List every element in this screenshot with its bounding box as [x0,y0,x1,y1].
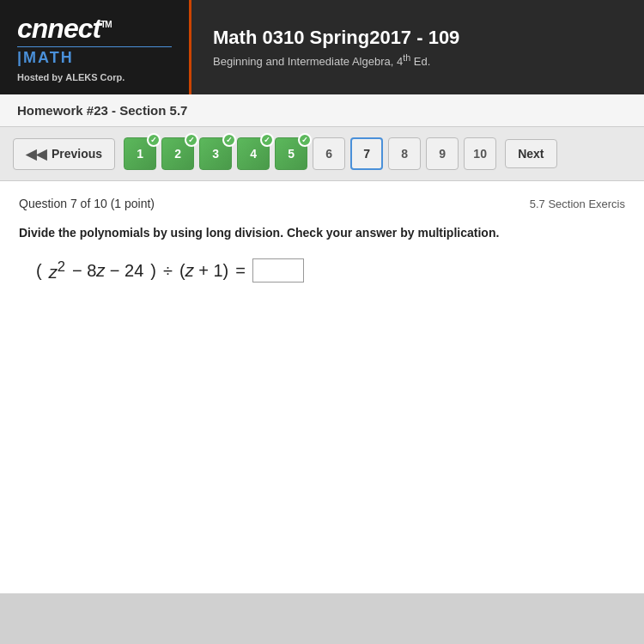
logo-math: |MATH [17,46,172,67]
previous-arrow-icon: ◀◀ [26,146,46,162]
page-number-5: 5 [288,147,295,161]
page-button-4[interactable]: 4 ✓ [237,137,270,170]
app-header: cnnectTM |MATH Hosted by ALEKS Corp. Mat… [0,0,644,94]
logo-connect: cnnectTM [17,13,172,45]
math-expression: ( z2 − 8z − 24 ) ÷ (z + 1) = [36,258,625,283]
page-number-3: 3 [212,147,219,161]
math-right-paren: ) [150,261,156,281]
next-label: Next [518,147,544,161]
math-z-squared: z2 [49,258,65,283]
page-number-1: 1 [137,147,143,161]
logo-tm: TM [100,20,111,29]
page-button-7[interactable]: 7 [350,137,383,170]
page-number-10: 10 [473,147,487,161]
homework-bar: Homework #23 - Section 5.7 [0,94,644,127]
page-number-7: 7 [363,147,370,161]
navigation-row: ◀◀ Previous 1 ✓ 2 ✓ 3 ✓ 4 ✓ 5 ✓ 6 7 8 9 … [0,127,644,181]
answer-input[interactable] [252,258,304,283]
page-number-2: 2 [174,147,181,161]
course-subtitle: Beginning and Intermediate Algebra, 4th … [213,52,623,68]
math-equals: = [235,261,246,281]
question-info: Question 7 of 10 (1 point) [19,197,155,210]
page-button-1[interactable]: 1 ✓ [124,137,156,170]
check-icon-4: ✓ [260,133,274,147]
page-number-8: 8 [401,147,408,161]
page-button-10[interactable]: 10 [464,137,496,170]
section-reference: 5.7 Section Exercis [530,197,625,210]
math-left-paren: ( [36,261,42,281]
question-instruction: Divide the polynomials by using long div… [19,226,625,240]
page-number-9: 9 [439,147,446,161]
page-number-6: 6 [325,147,332,161]
page-button-5[interactable]: 5 ✓ [275,137,307,170]
page-button-9[interactable]: 9 [426,137,459,170]
check-icon-1: ✓ [147,133,161,147]
logo-onnect: nnect [32,13,100,44]
check-icon-3: ✓ [222,133,236,147]
math-minus1: − 8z − 24 [72,261,143,281]
page-button-6[interactable]: 6 [313,137,345,170]
page-button-8[interactable]: 8 [388,137,421,170]
course-title: Math 0310 Spring2017 - 109 [213,27,623,49]
logo-c: c [17,13,32,44]
check-icon-5: ✓ [298,133,312,147]
content-area: Question 7 of 10 (1 point) 5.7 Section E… [0,181,644,593]
previous-button[interactable]: ◀◀ Previous [13,138,115,170]
homework-label: Homework #23 - Section 5.7 [17,103,187,118]
math-divisor: (z + 1) [179,261,228,281]
page-button-2[interactable]: 2 ✓ [161,137,194,170]
course-section: Math 0310 Spring2017 - 109 Beginning and… [189,0,644,94]
next-button[interactable]: Next [505,139,556,168]
previous-label: Previous [52,147,102,161]
page-button-3[interactable]: 3 ✓ [199,137,232,170]
logo-hosted: Hosted by ALEKS Corp. [17,72,172,82]
logo-section: cnnectTM |MATH Hosted by ALEKS Corp. [0,0,189,94]
question-header: Question 7 of 10 (1 point) 5.7 Section E… [19,197,625,210]
math-div: ÷ [163,261,173,281]
page-number-4: 4 [250,147,257,161]
check-icon-2: ✓ [185,133,198,147]
